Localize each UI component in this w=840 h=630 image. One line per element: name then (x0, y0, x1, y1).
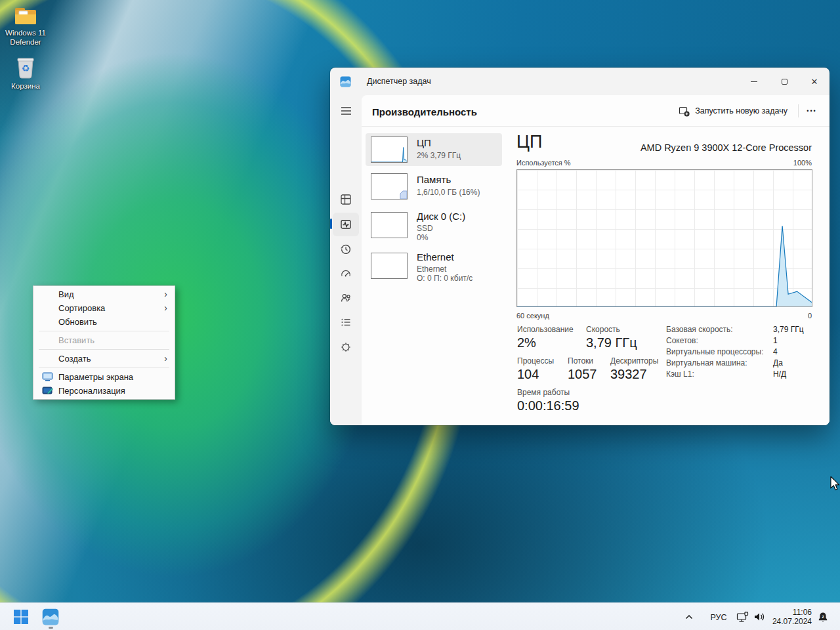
handles-value: 39327 (610, 367, 647, 382)
menu-item-label: Обновить (58, 317, 97, 327)
perf-item-detail: 0% (417, 233, 428, 242)
personalization-icon (42, 386, 53, 396)
perf-item-cpu[interactable]: ЦП 2% 3,79 ГГц (366, 133, 502, 166)
utilization-value: 2% (517, 335, 536, 350)
perf-item-memory[interactable]: Память 1,6/10,0 ГБ (16%) (366, 170, 502, 203)
nav-item-performance[interactable] (333, 213, 359, 236)
perf-item-detail: 1,6/10,0 ГБ (16%) (417, 188, 480, 197)
notifications-button[interactable]: z (816, 611, 830, 623)
close-button[interactable]: ✕ (799, 68, 830, 95)
running-indicator (49, 627, 53, 629)
nav-item-users[interactable] (333, 286, 359, 310)
virtual-machine-value: Да (773, 358, 783, 368)
content-area: Производительность Запустить новую задач… (362, 95, 830, 425)
page-title: Производительность (372, 106, 477, 117)
processes-icon (340, 194, 352, 205)
minimize-button[interactable] (739, 68, 769, 95)
menu-separator (39, 331, 169, 331)
startup-apps-icon (340, 268, 352, 280)
graph-xrange-label: 60 секунд (516, 312, 549, 320)
desktop-icon-recycle-bin[interactable]: ♻ Корзина (0, 56, 51, 91)
bell-dnd-icon: z (818, 612, 828, 623)
selected-indicator (330, 219, 332, 229)
titlebar[interactable]: Диспетчер задач ✕ (330, 68, 830, 95)
display-icon (42, 372, 53, 382)
menu-item-label: Вид (58, 289, 74, 299)
cpu-usage-area (517, 170, 812, 306)
menu-item-label: Сортировка (58, 303, 105, 313)
maximize-button[interactable] (769, 68, 799, 95)
graph-xend-label: 0 (808, 312, 812, 320)
nav-item-processes[interactable] (333, 188, 359, 211)
ethernet-mini-graph (371, 253, 408, 279)
tray-overflow-button[interactable] (682, 612, 696, 622)
menu-item-label: Персонализация (58, 386, 125, 396)
time: 11:06 (769, 608, 812, 617)
sockets-label: Сокетов: (666, 336, 698, 345)
perf-item-name: Ethernet (417, 251, 454, 262)
svg-text:♻: ♻ (22, 63, 30, 74)
menu-separator (39, 349, 169, 350)
clock[interactable]: 11:06 24.07.2024 (769, 608, 812, 626)
network-icon[interactable] (735, 611, 749, 623)
more-options-button[interactable]: ••• (802, 102, 822, 120)
nav-item-details[interactable] (333, 310, 359, 334)
taskbar-item-task-manager[interactable] (37, 604, 64, 630)
handles-label: Дескрипторы (610, 356, 658, 366)
virtual-processors-label: Виртуальные процессоры: (666, 347, 764, 356)
cpu-mini-graph-area (371, 137, 407, 162)
desktop-icon-label: Windows 11 Defender (0, 28, 51, 47)
memory-mini-graph-area (371, 174, 407, 199)
utilization-label: Использование (517, 325, 574, 334)
start-button[interactable] (8, 604, 34, 630)
disk-mini-graph (371, 212, 408, 238)
window-title: Диспетчер задач (367, 77, 431, 86)
menu-item-refresh[interactable]: Обновить (33, 315, 175, 329)
perf-item-disk[interactable]: Диск 0 (C:) SSD 0% (366, 207, 502, 243)
nav-item-startup-apps[interactable] (333, 262, 359, 285)
menu-separator (39, 368, 169, 368)
menu-item-new[interactable]: Создать › (33, 352, 175, 366)
desktop-icon-label: Корзина (0, 81, 51, 91)
close-icon: ✕ (811, 77, 818, 86)
volume-icon[interactable] (752, 611, 766, 623)
speed-value: 3,79 ГГц (586, 335, 637, 350)
task-manager-icon (42, 608, 59, 625)
desktop-icon-windows11-defender[interactable]: Windows 11 Defender (0, 7, 51, 47)
nav-toggle-button[interactable] (333, 99, 359, 123)
menu-item-sort[interactable]: Сортировка › (33, 301, 175, 315)
run-new-task-button[interactable]: Запустить новую задачу (673, 102, 793, 120)
task-manager-window: Диспетчер задач ✕ (330, 68, 830, 425)
menu-item-label: Создать (58, 354, 91, 364)
threads-label: Потоки (568, 356, 593, 366)
menu-item-paste: Вставить (33, 333, 175, 347)
desktop: Windows 11 Defender ♻ Корзина Вид › Сорт… (0, 0, 840, 630)
menu-item-personalization[interactable]: Персонализация (33, 384, 175, 398)
perf-item-detail: SSD (417, 224, 433, 233)
perf-item-ethernet[interactable]: Ethernet Ethernet О: 0 П: 0 кбит/с (366, 247, 502, 284)
perf-item-detail: О: 0 П: 0 кбит/с (417, 274, 472, 283)
graph-ylabel: Используется % (516, 159, 571, 167)
windows-logo-icon (14, 610, 28, 624)
task-manager-icon (340, 76, 351, 87)
menu-item-label: Вставить (58, 335, 94, 345)
perf-item-name: ЦП (417, 137, 431, 148)
perf-item-detail: 2% 3,79 ГГц (417, 151, 461, 160)
cpu-processor-name: AMD Ryzen 9 3900X 12-Core Processor (640, 142, 812, 153)
processes-value: 104 (517, 367, 539, 382)
nav-item-services[interactable] (333, 335, 359, 359)
menu-item-display-settings[interactable]: Параметры экрана (33, 370, 175, 384)
processes-label: Процессы (517, 356, 554, 366)
submenu-chevron-icon: › (164, 287, 167, 301)
taskbar: РУС 11:06 24.07.2024 z (0, 602, 840, 630)
nav-item-app-history[interactable] (333, 238, 359, 261)
language-indicator[interactable]: РУС (709, 612, 728, 623)
base-speed-label: Базовая скорость: (666, 325, 733, 334)
new-task-icon (679, 106, 690, 117)
app-history-icon (340, 243, 352, 255)
menu-item-view[interactable]: Вид › (33, 287, 175, 301)
sockets-value: 1 (773, 336, 778, 345)
users-icon (340, 292, 352, 304)
hamburger-icon (341, 107, 352, 115)
virtual-processors-value: 4 (773, 347, 778, 356)
